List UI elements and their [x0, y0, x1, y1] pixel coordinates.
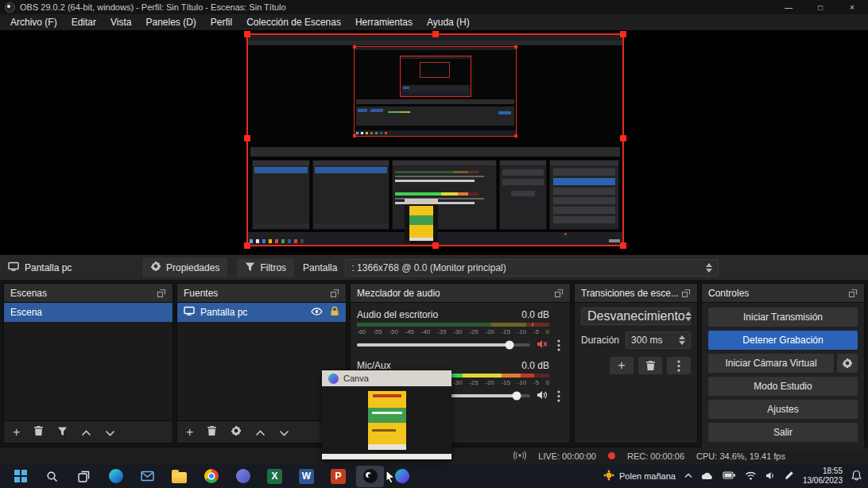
track-options-dots-icon[interactable] [554, 390, 564, 402]
popout-icon[interactable] [681, 289, 691, 298]
duration-value: 300 ms [631, 335, 662, 346]
wifi-icon[interactable] [745, 471, 757, 482]
mail-button[interactable] [134, 466, 161, 487]
duration-spinbox[interactable]: 300 ms [626, 331, 691, 349]
canva-poster-thumbnail[interactable] [368, 391, 406, 450]
remove-source-button[interactable] [207, 425, 217, 440]
popout-icon[interactable] [157, 289, 166, 298]
mini2-taskbar-icons [356, 132, 396, 134]
source-properties-gear-icon[interactable] [231, 425, 242, 440]
start-button[interactable] [6, 466, 34, 487]
source-item[interactable]: Pantalla pc [177, 303, 346, 322]
move-scene-up-button[interactable] [81, 425, 91, 440]
popout-icon[interactable] [848, 289, 858, 298]
chrome-icon [204, 469, 219, 483]
resize-handle-ml[interactable] [244, 135, 250, 141]
resize-handle-mr[interactable] [620, 135, 626, 141]
screen-capture-source[interactable] [246, 33, 624, 246]
properties-button[interactable]: Propiedades [141, 257, 228, 278]
menu-vista[interactable]: Vista [103, 14, 138, 30]
screen-select[interactable]: : 1366x768 @ 0.0 (Monitor principal) [345, 259, 719, 277]
window-controls: — □ × [773, 0, 868, 14]
popout-icon[interactable] [554, 289, 564, 298]
mini-duration-row [502, 179, 544, 185]
resize-handle-tl[interactable] [244, 31, 250, 37]
weather-widget[interactable]: Polen mañana [603, 470, 676, 482]
resize-handle-tm[interactable] [432, 31, 439, 37]
transition-options-dots-icon[interactable] [667, 357, 691, 374]
menu-herramientas[interactable]: Herramientas [348, 14, 420, 30]
notification-bell-icon[interactable] [851, 470, 862, 482]
teams-button[interactable] [229, 466, 257, 487]
exit-button[interactable]: Salir [708, 423, 858, 442]
move-source-up-button[interactable] [255, 425, 265, 440]
menu-paneles[interactable]: Paneles (D) [139, 14, 203, 30]
visibility-eye-icon[interactable] [311, 307, 323, 319]
stop-recording-button[interactable]: Detener Grabación [708, 331, 858, 350]
menu-coleccion-escenas[interactable]: Colección de Escenas [239, 14, 348, 30]
track-options-dots-icon[interactable] [554, 339, 564, 351]
speaker-icon[interactable] [537, 389, 548, 403]
edge-button[interactable] [102, 466, 130, 487]
mute-speaker-icon[interactable] [537, 338, 548, 352]
menu-ayuda[interactable]: Ayuda (H) [420, 14, 477, 30]
mini2-titlebar [355, 47, 516, 50]
close-button[interactable]: × [836, 0, 868, 14]
task-view-button[interactable] [70, 466, 98, 487]
add-source-button[interactable]: + [186, 426, 193, 439]
peak-marker [532, 323, 533, 327]
stream-signal-icon [513, 451, 526, 462]
remove-transition-button[interactable] [638, 357, 662, 374]
move-source-down-button[interactable] [279, 425, 289, 440]
menu-archivo[interactable]: Archivo (F) [3, 14, 64, 30]
spinner-arrows-icon[interactable] [706, 263, 712, 273]
remove-scene-button[interactable] [33, 425, 44, 440]
spinner-arrows-icon[interactable] [679, 335, 685, 345]
minimize-button[interactable]: — [773, 0, 804, 14]
excel-button[interactable]: X [261, 466, 289, 487]
battery-icon[interactable] [723, 471, 736, 481]
filters-button[interactable]: Filtros [236, 258, 295, 278]
chrome-button[interactable] [197, 466, 225, 487]
start-streaming-button[interactable]: Iniciar Transmisión [708, 308, 858, 327]
gear-icon [150, 261, 161, 274]
onedrive-cloud-icon[interactable] [701, 471, 714, 482]
clock-widget[interactable]: 18:55 13/06/2023 [803, 467, 843, 486]
word-icon: W [299, 469, 314, 484]
volume-slider[interactable] [357, 343, 530, 347]
virtual-cam-settings-button[interactable] [837, 354, 858, 373]
tray-chevron-up-icon[interactable] [684, 472, 692, 480]
file-explorer-button[interactable] [165, 466, 193, 487]
popout-icon[interactable] [330, 289, 339, 298]
transition-select[interactable]: Desvanecimiento [581, 308, 691, 325]
powerpoint-button[interactable]: P [324, 466, 352, 487]
search-button[interactable] [38, 466, 66, 487]
resize-handle-tr[interactable] [620, 31, 626, 37]
scene-filters-icon[interactable] [57, 425, 68, 440]
volume-icon[interactable] [765, 471, 776, 482]
scene-item[interactable]: Escena [4, 303, 172, 322]
preview-canvas[interactable] [0, 30, 868, 254]
add-scene-button[interactable]: + [13, 426, 20, 439]
lock-icon[interactable] [330, 306, 339, 319]
canva-window[interactable]: Canva [322, 370, 451, 459]
start-virtual-cam-button[interactable]: Iniciar Cámara Virtual [708, 354, 834, 373]
panel-controls: Controles Iniciar Transmisión Detener Gr… [701, 283, 865, 443]
word-button[interactable]: W [293, 466, 320, 487]
pen-icon[interactable] [785, 471, 794, 482]
resize-handle-bm[interactable] [432, 242, 439, 249]
menu-perfil[interactable]: Perfil [203, 14, 239, 30]
add-transition-button[interactable]: + [610, 357, 634, 374]
resize-handle-bl[interactable] [244, 242, 250, 249]
studio-mode-button[interactable]: Modo Estudio [708, 377, 858, 396]
spinner-arrows-icon[interactable] [685, 312, 692, 321]
db-tick: -5 [533, 328, 539, 335]
menu-editar[interactable]: Editar [64, 14, 103, 30]
canva-titlebar[interactable]: Canva [322, 370, 451, 386]
obs-taskbar-button[interactable] [356, 466, 384, 487]
resize-handle-br[interactable] [620, 242, 626, 249]
move-scene-down-button[interactable] [105, 425, 115, 440]
settings-button[interactable]: Ajustes [708, 400, 858, 419]
db-tick: -55 [373, 328, 382, 335]
maximize-button[interactable]: □ [804, 0, 836, 14]
